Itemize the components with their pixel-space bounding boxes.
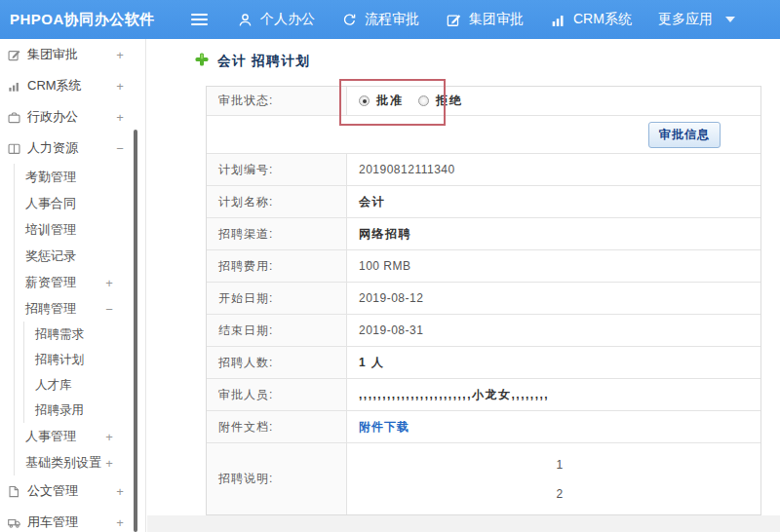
field-value: 2019-08-12 [359,291,423,305]
sidebar-item-training[interactable]: 培训管理 [15,216,145,243]
sidebar-item-recruit-hire[interactable]: 招聘录用 [24,398,145,423]
nav-item-more-apps[interactable]: 更多应用 [658,11,735,28]
nav-item-personal-office[interactable]: 个人办公 [237,11,315,28]
field-value: 会计 [359,194,385,210]
nav-item-label: 流程审批 [365,11,419,28]
sidebar-item-label: 人力资源 [27,139,78,157]
expand-toggle[interactable]: + [103,429,115,443]
plus-icon [195,53,209,70]
expand-toggle[interactable]: + [114,48,126,62]
sidebar-item-label: 招聘管理 [25,300,76,318]
description-line: 1 [556,458,563,472]
sidebar-item-label: 考勤管理 [25,169,76,186]
edit-icon [446,12,462,28]
book-icon [7,141,21,156]
field-value: 1 2 [347,443,760,514]
collapse-toggle[interactable]: − [114,141,126,156]
top-header-bar: PHPOA协同办公软件 个人办公 流程审批 [0,0,780,39]
radio-approve[interactable] [359,95,370,106]
sidebar-item-recruit-mgmt[interactable]: 招聘管理 − [15,295,145,322]
expand-toggle[interactable]: + [103,455,115,470]
page-title: 会计 招聘计划 [195,53,310,70]
field-label: 招聘费用: [207,250,347,282]
sidebar-item-recruit-plan[interactable]: 招聘计划 [24,347,145,372]
field-value: 2019-08-31 [359,323,423,337]
recruit-submenu: 招聘需求 招聘计划 人才库 招聘录用 [23,322,145,423]
sidebar-item-vehicle-mgmt[interactable]: 用车管理 + [0,507,145,532]
sidebar-item-label: 人才库 [35,377,72,394]
sidebar-item-personnel-mgmt[interactable]: 人事管理 + [15,423,145,449]
table-row-approvers: 审批人员: ,,,,,,,,,,,,,,,,,,,,,,,,小龙女,,,,,,,… [207,379,760,411]
sidebar-item-label: 集团审批 [27,46,78,63]
recruit-plan-detail-table: 审批状态: 批准 拒绝 审批信息 计划编号: 20190812111340 计划… [206,86,761,515]
sidebar-item-crm-system[interactable]: CRM系统 + [0,70,145,101]
sidebar-item-label: 招聘计划 [35,352,84,368]
sidebar-item-label: 薪资管理 [25,274,76,291]
field-label: 计划名称: [207,186,347,217]
field-value: ,,,,,,,,,,,,,,,,,,,,,,,,小龙女,,,,,,,, [359,387,549,403]
sidebar-item-label: 公文管理 [27,482,78,500]
expand-toggle[interactable]: + [114,79,126,94]
sidebar-item-label: 培训管理 [25,221,76,239]
sidebar-item-label: 招聘录用 [35,402,84,419]
flow-icon [341,12,358,28]
expand-toggle[interactable]: + [114,484,126,499]
sidebar-item-label: 人事管理 [25,428,76,445]
field-label: 计划编号: [207,154,347,185]
doc-icon [7,484,21,499]
truck-icon [7,515,21,530]
nav-item-label: CRM系统 [573,11,632,28]
table-row-recruit-channel: 招聘渠道: 网络招聘 [207,218,760,250]
field-label: 审批状态: [207,87,347,115]
attachment-download-link[interactable]: 附件下载 [359,419,410,436]
sidebar-item-admin-office[interactable]: 行政办公 + [0,101,145,133]
nav-item-crm-system[interactable]: CRM系统 [550,11,632,28]
sidebar-item-label: 用车管理 [27,513,78,531]
sidebar-item-documents[interactable]: 公文管理 + [0,475,145,507]
approve-info-button[interactable]: 审批信息 [648,122,721,148]
nav-item-group-approval[interactable]: 集团审批 [446,11,524,28]
radio-approve-label: 批准 [376,93,404,109]
table-row-attachment: 附件文档: 附件下载 [207,411,760,443]
table-row-approve-action: 审批信息 [207,116,760,154]
sidebar-item-attendance[interactable]: 考勤管理 [15,164,145,190]
app-logo: PHPOA协同办公软件 [0,11,146,29]
expand-toggle[interactable]: + [114,110,126,125]
menu-toggle-icon[interactable] [191,11,208,28]
sidebar: 集团审批 + CRM系统 + 行政办公 + [0,39,146,532]
field-value: 20190812111340 [359,163,455,176]
sidebar-item-hr-contract[interactable]: 人事合同 [15,190,145,216]
field-label: 招聘渠道: [207,218,347,249]
table-row-start-date: 开始日期: 2019-08-12 [207,283,760,315]
sidebar-item-human-resources[interactable]: 人力资源 − [0,133,145,164]
collapse-toggle[interactable]: − [103,301,115,316]
sidebar-item-label: 人事合同 [25,195,76,212]
sidebar-item-group-approval[interactable]: 集团审批 + [0,39,145,70]
chart-icon [7,79,21,94]
expand-toggle[interactable]: + [103,275,115,289]
sidebar-item-talent-pool[interactable]: 人才库 [24,372,145,398]
approval-status-options: 批准 拒绝 [347,87,760,115]
edit-icon [7,48,21,62]
sidebar-item-label: 招聘需求 [35,326,84,343]
sidebar-item-label: 基础类别设置 [25,454,101,472]
nav-item-workflow-approval[interactable]: 流程审批 [341,11,419,28]
radio-reject[interactable] [418,95,429,106]
sidebar-item-rewards[interactable]: 奖惩记录 [15,243,145,269]
sidebar-item-recruit-demand[interactable]: 招聘需求 [24,322,145,347]
sidebar-item-base-category[interactable]: 基础类别设置 + [15,449,145,475]
main-content: 会计 招聘计划 审批状态: 批准 拒绝 审批信息 计划编号: 20190812 [147,39,780,532]
expand-toggle[interactable]: + [114,515,126,530]
nav-item-label: 个人办公 [260,11,315,28]
sidebar-scrollbar-thumb[interactable] [134,130,137,532]
sidebar-item-salary[interactable]: 薪资管理 + [15,269,145,295]
hr-submenu: 考勤管理 人事合同 培训管理 奖惩记录 薪资管理 + 招聘管理 − 招聘需求 [14,164,145,475]
table-row-headcount: 招聘人数: 1 人 [207,347,760,379]
caret-down-icon [725,17,735,22]
nav-item-label: 更多应用 [658,11,713,28]
field-value: 网络招聘 [359,226,411,243]
page-title-text: 会计 招聘计划 [217,53,310,70]
radio-reject-label: 拒绝 [436,93,463,109]
nav-item-label: 集团审批 [469,11,524,28]
chart-icon [550,12,566,28]
